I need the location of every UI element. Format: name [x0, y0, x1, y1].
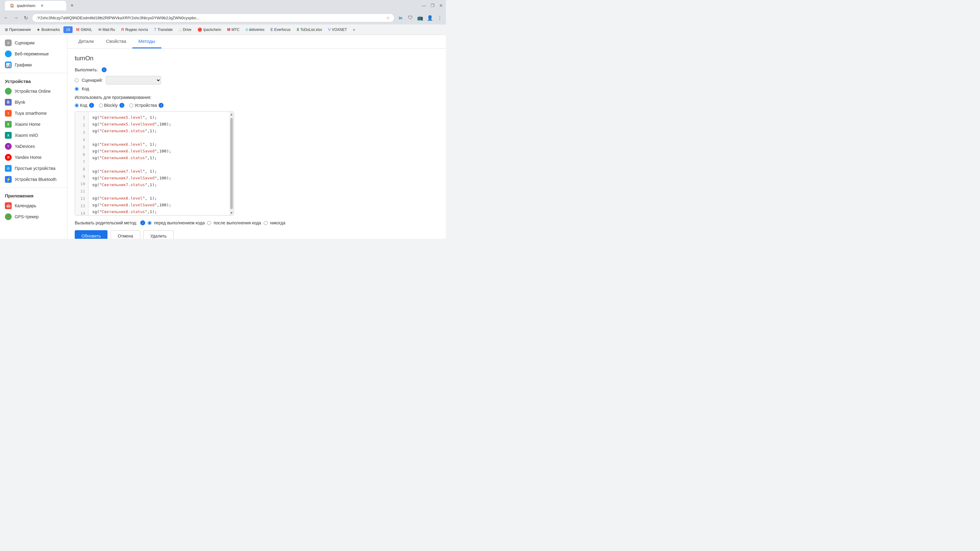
bookmarks-yandex-mail[interactable]: Я Яндекс почта	[119, 26, 150, 33]
linkedin-icon[interactable]: in	[397, 14, 404, 21]
ipackchem-icon: 🔴	[197, 27, 202, 32]
code-line: sg("Светильник8.level", 1);	[89, 195, 234, 202]
radio-scenario[interactable]	[75, 78, 79, 83]
bluetooth-icon: ⚡	[6, 177, 11, 182]
use-code-info-icon[interactable]: i	[89, 103, 94, 108]
bookmarks-mts[interactable]: M МТС	[225, 26, 242, 33]
radio-code[interactable]	[75, 87, 79, 91]
execute-label: Выполнить:	[75, 67, 98, 72]
tab-methods[interactable]: Методы	[132, 35, 161, 48]
use-blockly-info-icon[interactable]: i	[119, 103, 124, 108]
close-button[interactable]: ✕	[439, 3, 444, 8]
line-number: 5	[75, 144, 88, 151]
sidebar-item-tuya[interactable]: t Tuya smarthome	[0, 108, 67, 119]
sidebar-item-simple-devices[interactable]: ⚙ Простые устройства	[0, 163, 67, 174]
apps-label: Приложения	[9, 27, 30, 32]
sidebar-item-graphs[interactable]: 📊 Графики	[0, 59, 67, 70]
profile-icon[interactable]: 👤	[426, 14, 434, 21]
sidebar-label-yandex-home: Yandex Home	[15, 155, 41, 160]
maximize-button[interactable]: ❐	[430, 3, 435, 8]
line-number: 7	[75, 158, 88, 166]
bookmarks-translate[interactable]: T Translate	[151, 26, 175, 33]
bookmarks-voxnet[interactable]: V VOXNET	[326, 26, 349, 33]
sidebar-label-blynk: Blynk	[15, 100, 25, 105]
radio-use-devices[interactable]	[129, 103, 133, 108]
sidebar-item-xiaomi-miio[interactable]: X Xiaomi miIO	[0, 130, 67, 141]
gmail-icon: M	[76, 27, 80, 32]
sidebar-item-gps[interactable]: 📍 GPS-трекер	[0, 211, 67, 222]
sidebar-item-calendar[interactable]: 📅 Календарь	[0, 200, 67, 211]
scrollbar-down-button[interactable]: ▼	[229, 210, 234, 215]
radio-use-blockly[interactable]	[99, 103, 103, 108]
forward-button[interactable]: →	[12, 14, 20, 21]
new-tab-button[interactable]: +	[67, 1, 77, 10]
graph-icon: 📊	[6, 63, 11, 67]
apps-grid-icon: ⊞	[5, 27, 8, 32]
menu-icon[interactable]: ⋮	[436, 14, 444, 21]
main-content: Детали Свойства Методы turnOn Выполнить:…	[67, 35, 446, 239]
code-editor[interactable]: 123456789101112131415 sg("Светильник5.le…	[75, 111, 234, 216]
bookmarks-todolist[interactable]: X ToDoList.xlsx	[294, 26, 325, 33]
sidebar-label-xiaomi-home: Xiaomi Home	[15, 122, 40, 127]
radio-option-devices: Устройства i	[129, 103, 164, 108]
use-devices-info-icon[interactable]: i	[159, 103, 164, 108]
scenario-select[interactable]	[106, 76, 161, 84]
sidebar-label-devices-online: Устройства Online	[15, 89, 51, 94]
bookmarks-mailru[interactable]: ✉ Mail.Ru	[96, 26, 118, 33]
line-number: 13	[75, 202, 88, 210]
update-button[interactable]: Обновить	[75, 230, 108, 239]
mts-icon: M	[227, 27, 230, 32]
tuya-icon: t	[8, 111, 9, 115]
title-bar-controls: — ❐ ✕	[422, 3, 444, 8]
bookmarks-ipackchem[interactable]: 🔴 Ipackchem	[195, 26, 224, 33]
scrollbar-thumb[interactable]	[230, 118, 233, 209]
tab-properties[interactable]: Свойства	[100, 35, 132, 48]
tab-details[interactable]: Детали	[72, 35, 100, 48]
bookmarks-bookmarks[interactable]: ★ Bookmarks	[34, 26, 62, 33]
xiaomi-home-icon: X	[7, 122, 9, 126]
bookmarks-18[interactable]: 18	[64, 26, 72, 33]
bookmarks-apps[interactable]: ⊞ Приложения	[2, 26, 33, 33]
address-bar[interactable]: :Y2xhc3Nlczp7aWQ9NDEsdmllld19tb2RlPWVkaX…	[32, 13, 395, 22]
use-code-label: Код	[80, 103, 87, 108]
bookmarks-gmail[interactable]: M GMAIL	[74, 26, 95, 33]
sidebar-item-devices-online[interactable]: Устройства Online	[0, 86, 67, 97]
more-icon: »	[353, 27, 355, 32]
radio-use-code[interactable]	[75, 103, 79, 108]
shield-icon[interactable]: 🛡	[407, 14, 414, 21]
minimize-button[interactable]: —	[422, 3, 426, 8]
radio-never[interactable]	[264, 221, 268, 225]
use-for-label: Использовать для программирования:	[75, 95, 439, 100]
bookmarks-deliveries[interactable]: d deliveries	[243, 26, 267, 33]
cancel-button[interactable]: Отмена	[111, 230, 140, 239]
reload-button[interactable]: ↻	[22, 14, 29, 21]
back-button[interactable]: ←	[2, 14, 10, 21]
sidebar-label-simple-devices: Простые устройства	[15, 166, 56, 171]
execute-row: Выполнить: i	[75, 67, 439, 72]
sidebar-item-scenarii[interactable]: ≡ Сценарии	[0, 37, 67, 48]
code-line	[89, 161, 234, 168]
bookmarks-more[interactable]: »	[351, 26, 358, 33]
bookmark-star-icon[interactable]: ☆	[386, 16, 390, 20]
sidebar-item-blynk[interactable]: B Blynk	[0, 97, 67, 108]
content-tabs: Детали Свойства Методы	[67, 35, 446, 49]
sidebar-item-yandex-home[interactable]: Я Yandex Home	[0, 152, 67, 163]
radio-before[interactable]	[148, 221, 151, 225]
sidebar-item-webvars[interactable]: 🌐 Веб-переменные	[0, 48, 67, 59]
parent-method-info-icon[interactable]: i	[140, 221, 145, 225]
cast-icon[interactable]: 📺	[417, 14, 424, 21]
radio-after[interactable]	[207, 221, 211, 225]
browser-tab[interactable]: 🏠 ipadmhem ✕	[5, 1, 66, 10]
code-line: sg("Светильник5.level", 1);	[89, 114, 234, 121]
execute-info-icon[interactable]: i	[102, 67, 107, 72]
scrollbar-up-button[interactable]: ▲	[229, 112, 234, 117]
bookmarks-drive[interactable]: △ Drive	[177, 26, 194, 33]
drive-icon: △	[179, 27, 181, 32]
bookmarks-everfocus[interactable]: E Everfocus	[268, 26, 293, 33]
sidebar-item-yadevices[interactable]: Y YaDevices	[0, 141, 67, 152]
sidebar-item-xiaomi-home[interactable]: X Xiaomi Home	[0, 119, 67, 130]
mailru-icon: ✉	[98, 27, 101, 32]
code-content[interactable]: sg("Светильник5.level", 1);sg("Светильни…	[89, 112, 234, 215]
delete-button[interactable]: Удалить	[143, 230, 173, 239]
sidebar-item-bluetooth[interactable]: ⚡ Устройства Bluetooth	[0, 174, 67, 185]
